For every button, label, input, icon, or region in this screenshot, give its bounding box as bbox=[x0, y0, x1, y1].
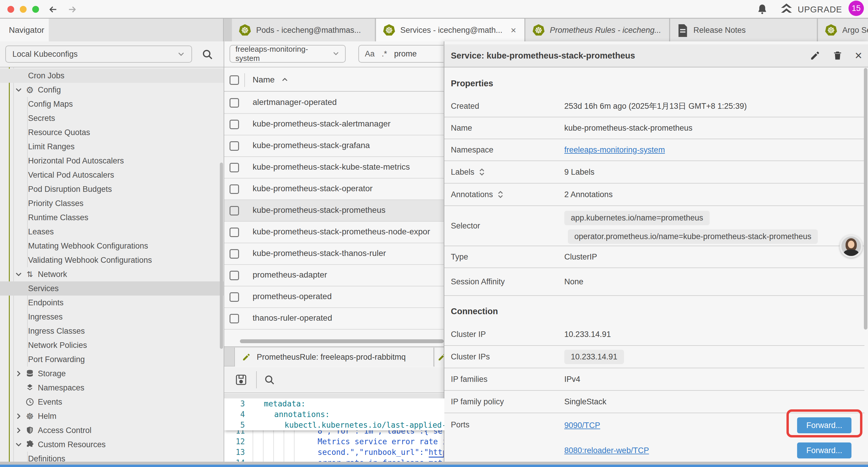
window-minimize-button[interactable] bbox=[20, 6, 27, 13]
table-row[interactable]: thanos-ruler-operated bbox=[224, 308, 444, 329]
expand-toggle-icon[interactable] bbox=[497, 190, 504, 199]
table-row[interactable]: prometheus-adapter bbox=[224, 265, 444, 286]
upgrade-button[interactable]: UPGRADE bbox=[780, 4, 842, 16]
sidebar-item-cron-jobs[interactable]: Cron Jobs bbox=[0, 68, 224, 83]
close-icon[interactable]: × bbox=[855, 49, 862, 62]
sidebar-item-ingresses[interactable]: Ingresses bbox=[0, 310, 224, 324]
port-link-8080[interactable]: 8080:reloader-web/TCP bbox=[564, 446, 649, 455]
sidebar-item-secrets[interactable]: Secrets bbox=[0, 111, 224, 125]
row-checkbox[interactable] bbox=[229, 228, 239, 237]
sidebar-item-mutating-webhook-configurations[interactable]: Mutating Webhook Configurations bbox=[0, 239, 224, 253]
sidebar-item-endpoints[interactable]: Endpoints bbox=[0, 296, 224, 310]
chevron-down-icon[interactable] bbox=[15, 441, 23, 448]
chevron-down-icon[interactable] bbox=[15, 270, 23, 278]
sidebar-scrollbar[interactable] bbox=[220, 163, 223, 349]
sidebar-item-config-maps[interactable]: Config Maps bbox=[0, 97, 224, 111]
sidebar-item-helm[interactable]: ☸ Helm bbox=[0, 409, 224, 423]
notifications-bell-icon[interactable] bbox=[756, 4, 768, 16]
save-icon[interactable] bbox=[235, 374, 247, 386]
notification-count-badge[interactable]: 15 bbox=[848, 1, 864, 16]
yaml-editor[interactable]: 3metadata: 4annotations: 5kubectl.kubern… bbox=[224, 399, 444, 462]
table-row[interactable]: kube-prometheus-stack-operator bbox=[224, 178, 444, 200]
row-checkbox[interactable] bbox=[229, 249, 239, 259]
horizontal-scrollbar[interactable] bbox=[240, 339, 444, 343]
sidebar-item-services[interactable]: Services bbox=[0, 282, 224, 296]
editor-tab-prometheusrule[interactable]: PrometheusRule: freeleaps-prod-rabbitmq bbox=[234, 348, 434, 367]
sidebar-item-ingress-classes[interactable]: Ingress Classes bbox=[0, 324, 224, 338]
sidebar-item-port-forwarding[interactable]: Port Forwarding bbox=[0, 352, 224, 367]
back-arrow-icon[interactable] bbox=[47, 3, 60, 16]
table-row[interactable]: kube-prometheus-stack-kube-state-metrics bbox=[224, 157, 444, 178]
kubeconfig-dropdown[interactable]: Local Kubeconfigs bbox=[5, 46, 192, 63]
forward-button-9090[interactable]: Forward... bbox=[797, 417, 851, 433]
namespace-dropdown[interactable]: freeleaps-monitoring-system bbox=[229, 45, 346, 63]
cluster-ip-chip[interactable]: 10.233.14.91 bbox=[564, 350, 624, 364]
sidebar-item-leases[interactable]: Leases bbox=[0, 225, 224, 239]
sidebar-item-pod-disruption-budgets[interactable]: Pod Disruption Budgets bbox=[0, 182, 224, 196]
delete-trash-icon[interactable] bbox=[832, 50, 843, 61]
chevron-down-icon[interactable] bbox=[15, 86, 23, 94]
row-checkbox[interactable] bbox=[229, 271, 239, 280]
sidebar-item-horizontal-pod-autoscalers[interactable]: Horizontal Pod Autoscalers bbox=[0, 154, 224, 168]
tab-prometheus-rules[interactable]: ☸ Prometheus Rules - icecheng... bbox=[526, 19, 670, 42]
tab-services[interactable]: ☸ Services - icecheng@math... × bbox=[376, 19, 525, 42]
search-icon[interactable] bbox=[202, 49, 213, 60]
port-link-9090[interactable]: 9090/TCP bbox=[564, 421, 600, 430]
search-icon[interactable] bbox=[264, 374, 275, 385]
sidebar-item-validating-webhook-configurations[interactable]: Validating Webhook Configurations bbox=[0, 253, 224, 267]
table-row[interactable]: prometheus-operated bbox=[224, 286, 444, 308]
window-close-button[interactable] bbox=[7, 6, 14, 13]
row-checkbox[interactable] bbox=[229, 141, 239, 151]
list-search-input[interactable]: Aa .* prome bbox=[359, 45, 443, 63]
expand-toggle-icon[interactable] bbox=[478, 168, 485, 176]
sidebar-item-storage[interactable]: Storage bbox=[0, 367, 224, 381]
sidebar-item-limit-ranges[interactable]: Limit Ranges bbox=[0, 140, 224, 154]
sidebar-item-priority-classes[interactable]: Priority Classes bbox=[0, 196, 224, 210]
table-row[interactable]: kube-prometheus-stack-grafana bbox=[224, 135, 444, 157]
sidebar-item-config[interactable]: ⚙ Config bbox=[0, 83, 224, 97]
tab-release-notes[interactable]: Release Notes bbox=[670, 19, 817, 42]
select-all-checkbox[interactable] bbox=[229, 76, 239, 85]
forward-arrow-icon[interactable] bbox=[66, 3, 79, 16]
sidebar-item-vertical-pod-autoscalers[interactable]: Vertical Pod Autoscalers bbox=[0, 168, 224, 182]
detail-scrollbar[interactable] bbox=[864, 68, 867, 329]
sidebar-item-network-policies[interactable]: Network Policies bbox=[0, 338, 224, 352]
row-checkbox[interactable] bbox=[229, 314, 239, 323]
tab-pods[interactable]: ☸ Pods - icecheng@mathmas... bbox=[232, 19, 375, 42]
selector-chip[interactable]: operator.prometheus.io/name=kube-prometh… bbox=[568, 229, 818, 244]
code-link[interactable]: https://net bbox=[429, 448, 444, 458]
table-row[interactable]: kube-prometheus-stack-thanos-ruler bbox=[224, 243, 444, 265]
tab-navigator[interactable]: Navigator bbox=[0, 19, 49, 42]
table-row-selected[interactable]: kube-prometheus-stack-prometheus bbox=[224, 200, 444, 222]
regex-toggle[interactable]: .* bbox=[382, 49, 387, 59]
row-checkbox[interactable] bbox=[229, 184, 239, 194]
table-row[interactable]: kube-prometheus-stack-prometheus-node-ex… bbox=[224, 222, 444, 243]
edit-pencil-icon[interactable] bbox=[810, 50, 820, 61]
sidebar-item-custom-resources[interactable]: Custom Resources bbox=[0, 437, 224, 451]
tab-argo[interactable]: ☸ Argo Se bbox=[818, 19, 868, 42]
row-checkbox[interactable] bbox=[229, 120, 239, 129]
avatar[interactable] bbox=[840, 235, 863, 258]
chevron-right-icon[interactable] bbox=[15, 412, 23, 420]
row-checkbox[interactable] bbox=[229, 206, 239, 215]
table-row[interactable]: kube-prometheus-stack-alertmanager bbox=[224, 114, 444, 135]
row-checkbox[interactable] bbox=[229, 292, 239, 302]
row-checkbox[interactable] bbox=[229, 98, 239, 108]
forward-button-8080[interactable]: Forward... bbox=[797, 442, 851, 459]
chevron-right-icon[interactable] bbox=[15, 427, 23, 434]
close-tab-icon[interactable]: × bbox=[511, 25, 517, 36]
sidebar-item-namespaces[interactable]: Namespaces bbox=[0, 381, 224, 395]
window-zoom-button[interactable] bbox=[32, 6, 39, 13]
table-row[interactable]: alertmanager-operated bbox=[224, 92, 444, 114]
namespace-link[interactable]: freeleaps-monitoring-system bbox=[564, 145, 665, 154]
match-case-toggle[interactable]: Aa bbox=[365, 49, 375, 59]
sidebar-item-access-control[interactable]: Access Control bbox=[0, 423, 224, 437]
editor-tab-partial[interactable] bbox=[435, 348, 444, 367]
chevron-right-icon[interactable] bbox=[15, 370, 23, 377]
name-column-header[interactable]: Name bbox=[253, 75, 288, 85]
selector-chip[interactable]: app.kubernetes.io/name=prometheus bbox=[564, 211, 710, 225]
sidebar-item-resource-quotas[interactable]: Resource Quotas bbox=[0, 125, 224, 140]
row-checkbox[interactable] bbox=[229, 163, 239, 172]
sidebar-item-runtime-classes[interactable]: Runtime Classes bbox=[0, 210, 224, 225]
sidebar-item-events[interactable]: Events bbox=[0, 395, 224, 409]
